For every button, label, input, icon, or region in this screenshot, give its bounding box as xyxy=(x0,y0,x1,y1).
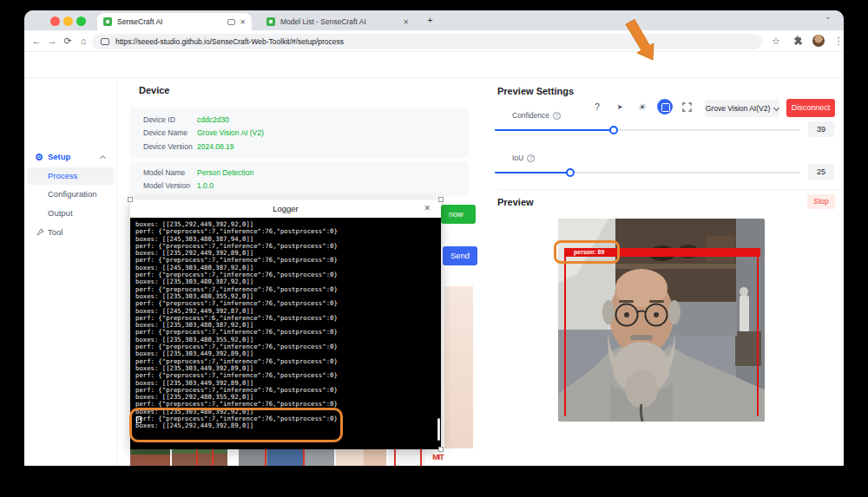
sidebar-item-label: Setup xyxy=(48,152,70,161)
resize-handle[interactable] xyxy=(438,447,444,452)
sidebar-item-output[interactable]: Output xyxy=(28,206,114,221)
wrench-icon xyxy=(36,228,44,237)
preview-title: Preview xyxy=(497,197,534,207)
tab-model-list[interactable]: Model List - SenseCraft AI ✕ xyxy=(260,13,415,30)
stop-button[interactable]: Stop xyxy=(807,194,835,209)
sample-image[interactable] xyxy=(130,448,170,466)
chevron-down-icon xyxy=(773,104,779,110)
url-text: https://seeed-studio.github.io/SenseCraf… xyxy=(115,37,344,46)
sample-image[interactable] xyxy=(239,448,334,466)
logger-title: Logger xyxy=(130,199,441,218)
model-info-card: Model NamePerson DetectionModel Version1… xyxy=(130,161,469,197)
bookmark-star-icon[interactable]: ☆ xyxy=(769,34,783,48)
device-section-title: Device xyxy=(139,85,169,95)
annotation-arrow-icon xyxy=(618,19,665,64)
divider xyxy=(497,189,842,190)
tab-title: Model List - SenseCraft AI xyxy=(280,17,398,26)
sidebar-item-setup[interactable]: ⚙ Setup xyxy=(28,149,114,165)
background-content xyxy=(444,286,473,448)
site-info-icon[interactable] xyxy=(101,38,109,45)
resize-handle[interactable] xyxy=(128,197,133,202)
iou-slider[interactable] xyxy=(495,172,799,173)
tab-favicon-icon xyxy=(103,17,112,26)
close-icon[interactable]: ✕ xyxy=(424,199,431,218)
tab-sensecraft[interactable]: SenseCraft AI ✕ xyxy=(97,13,252,30)
window-minimize-button[interactable] xyxy=(63,16,73,26)
confidence-slider-handle[interactable] xyxy=(609,126,618,134)
sidebar-item-label: Tool xyxy=(48,227,62,237)
detection-line xyxy=(212,448,214,466)
tab-activity-icon xyxy=(227,19,235,25)
resize-handle[interactable] xyxy=(438,197,444,202)
sidebar-item-tool[interactable]: Tool xyxy=(28,225,114,240)
confidence-value: 39 xyxy=(808,121,834,137)
tab-strip: SenseCraft AI ✕ Model List - SenseCraft … xyxy=(24,10,844,30)
browser-menu-icon[interactable]: ⋮ xyxy=(832,34,844,48)
help-circle-icon[interactable]: ? xyxy=(553,112,561,120)
tab-title: SenseCraft AI xyxy=(117,17,224,26)
iou-slider-handle[interactable] xyxy=(566,168,575,177)
preview-settings-title: Preview Settings xyxy=(497,86,574,96)
disconnect-button[interactable]: Disconnect xyxy=(786,99,835,117)
detection-line xyxy=(196,448,198,466)
chevron-up-icon xyxy=(100,155,106,161)
profile-avatar[interactable] xyxy=(812,35,825,47)
sample-image[interactable] xyxy=(172,448,227,466)
info-row: Model Version1.0.0 xyxy=(143,180,469,193)
send-button[interactable]: Send xyxy=(443,246,477,265)
home-button[interactable]: ⌂ xyxy=(76,34,90,48)
info-row: Model NamePerson Detection xyxy=(143,166,469,180)
logger-tool-icon[interactable] xyxy=(657,99,673,114)
forward-button[interactable]: → xyxy=(45,34,59,48)
back-button[interactable]: ← xyxy=(30,34,43,48)
logger-titlebar[interactable]: Logger ✕ xyxy=(130,199,441,218)
detection-box-left xyxy=(564,257,566,416)
window-zoom-button[interactable] xyxy=(76,16,86,26)
gear-icon: ⚙ xyxy=(35,152,43,162)
info-row: Device Version2024.08.19 xyxy=(143,140,469,154)
sample-image[interactable] xyxy=(336,448,386,466)
detection-line xyxy=(303,448,305,466)
theme-icon[interactable]: ☀ xyxy=(635,100,649,114)
annotation-box-person-label xyxy=(554,240,620,264)
pointer-tool-icon[interactable]: ➤ xyxy=(613,100,627,114)
browser-window: SenseCraft AI ✕ Model List - SenseCraft … xyxy=(24,10,844,466)
iou-value: 25 xyxy=(808,164,834,180)
tab-close-icon[interactable]: ✕ xyxy=(240,18,246,26)
extensions-icon[interactable] xyxy=(792,34,806,48)
device-select-value: Grove Vision AI(V2) xyxy=(706,104,771,113)
detection-line xyxy=(394,448,396,466)
device-info-card: Device IDcddc2d30Device NameGrove Vision… xyxy=(130,108,469,158)
sidebar: ⚙ Setup Process Configuration Output Too… xyxy=(24,78,117,466)
new-tab-button[interactable]: + xyxy=(424,14,437,27)
screen: SenseCraft AI ✕ Model List - SenseCraft … xyxy=(0,0,868,497)
tab-overflow-icon[interactable]: ⌄ xyxy=(825,12,832,21)
window-close-button[interactable] xyxy=(50,16,60,26)
detection-line xyxy=(420,448,422,466)
flash-now-button[interactable]: now xyxy=(441,205,476,224)
info-row: Device NameGrove Vision AI (V2) xyxy=(143,127,469,141)
confidence-slider[interactable] xyxy=(495,129,799,131)
confidence-label: Confidence ? xyxy=(512,111,561,120)
scrollbar[interactable] xyxy=(437,418,440,441)
sidebar-item-process[interactable]: Process xyxy=(28,167,114,185)
detection-box-right xyxy=(757,257,759,416)
sample-image[interactable] xyxy=(389,448,425,466)
reload-button[interactable]: ⟳ xyxy=(61,34,75,48)
detection-line xyxy=(265,448,266,466)
app-header: SenseCraft ? ➤ ☀ Grove Vision AI(V2) Dis… xyxy=(24,52,844,78)
fullscreen-icon[interactable] xyxy=(680,100,694,114)
device-select[interactable]: Grove Vision AI(V2) xyxy=(705,100,779,117)
tab-favicon-icon xyxy=(266,17,275,26)
iou-label: IoU ? xyxy=(512,154,535,162)
tab-close-icon[interactable]: ✕ xyxy=(403,18,409,26)
help-icon[interactable]: ? xyxy=(590,100,604,114)
info-row: Device IDcddc2d30 xyxy=(143,113,469,127)
browser-toolbar: ← → ⟳ ⌂ https://seeed-studio.github.io/S… xyxy=(24,30,844,52)
annotation-box-logger xyxy=(129,408,343,442)
help-circle-icon[interactable]: ? xyxy=(527,154,535,162)
sidebar-item-configuration[interactable]: Configuration xyxy=(28,186,114,202)
